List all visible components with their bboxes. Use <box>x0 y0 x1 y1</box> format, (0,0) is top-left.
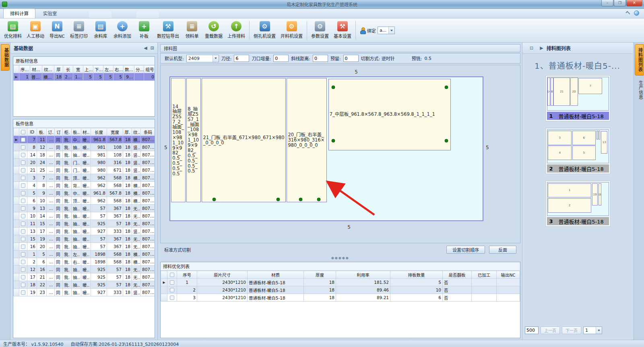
nested-panel-7[interactable]: 7_中层板_961.8×567.8_963.8×569.8_1_1_1_1 <box>328 79 451 150</box>
参数设置-button[interactable]: ⚙参数设置 <box>309 19 331 41</box>
nested-panel-8[interactable]: 8_抽屉Z5S7_1_抽面_108×981_109×982_0.5_0.5_0.… <box>186 78 201 203</box>
table-row[interactable]: ▶1普...横...182...1...55559...0 <box>14 73 155 81</box>
column-header[interactable]: 序... <box>19 66 30 73</box>
column-header[interactable]: 长度 <box>91 128 107 136</box>
column-header[interactable]: 组号 <box>144 66 155 73</box>
row-checkbox[interactable] <box>21 267 25 272</box>
collapse-ribbon-icon[interactable] <box>625 11 630 15</box>
row-checkbox[interactable] <box>21 237 25 241</box>
thumbnail-caption[interactable]: 2普通板材-暖白5-18 <box>547 164 609 172</box>
column-header[interactable]: 纹... <box>42 66 54 73</box>
table-row[interactable]: 610...同我.顶..暖..96256818横..807...2 <box>14 197 155 205</box>
column-header[interactable]: 排板数量 <box>390 271 443 279</box>
horizontal-splitter[interactable]: ●●●●● <box>160 257 520 261</box>
expand-right-icon[interactable]: ▶ <box>540 45 543 51</box>
row-checkbox[interactable] <box>21 199 25 203</box>
row-checkbox[interactable] <box>21 168 25 172</box>
column-header[interactable]: 输出NC <box>497 271 520 279</box>
row-checkbox[interactable] <box>170 288 174 292</box>
column-header[interactable]: 序号 <box>177 271 197 279</box>
select-all-checkbox[interactable] <box>170 273 174 277</box>
优化排料-button[interactable]: ▤优化排料 <box>2 19 24 41</box>
tab-nesting-calc[interactable]: 排料计算 <box>3 8 35 18</box>
row-checkbox[interactable] <box>21 145 25 150</box>
table-row[interactable]: 2125...同我.门..暖..98067118竖..807...1 <box>14 166 155 174</box>
maximize-button[interactable]: ❐ <box>614 0 626 6</box>
row-checkbox[interactable] <box>21 176 25 180</box>
column-header[interactable]: 厚 <box>54 66 63 73</box>
page-size-input[interactable] <box>525 326 539 334</box>
补板-button[interactable]: +补板 <box>134 19 155 41</box>
row-checkbox[interactable] <box>21 191 25 195</box>
row-checkbox[interactable] <box>170 296 174 300</box>
nesting-diagram-canvas[interactable]: 14_抽屉Z5S7_2_抽面_108×981_109×982_0.5_0.5_0… <box>160 65 520 243</box>
nested-panel-14[interactable]: 14_抽屉Z5S7_2_抽面_108×981_109×982_0.5_0.5_0… <box>171 78 186 203</box>
table-row[interactable]: 1620...同我.抽..暖..5736718无..807...2 <box>14 243 155 250</box>
table-row[interactable]: 1115...同我.抽..暖..9255718无..807...2 <box>14 220 155 228</box>
column-header[interactable]: 是否翻板 <box>443 271 472 279</box>
row-checkbox[interactable] <box>21 275 25 279</box>
column-header[interactable]: 宽度 <box>107 128 123 136</box>
table-row[interactable]: 26...同我.右..暖..189856818横..807...3 <box>14 258 155 266</box>
重载数据-button[interactable]: ↺重载数据 <box>202 19 225 41</box>
table-row[interactable]: 1923...同我.抽..暖..92733318竖..807...3 <box>14 289 155 296</box>
row-checkbox[interactable] <box>21 244 25 249</box>
数控钻导出-button[interactable]: ⚒数控钻导出 <box>155 19 182 41</box>
undock-right-icon[interactable]: ⊡ <box>530 45 533 51</box>
row-checkbox[interactable] <box>21 206 25 211</box>
table-row[interactable]: 32430*1210普通板材-暖白5-181889.216否 <box>161 294 520 302</box>
thumbnail-caption[interactable]: 1普通板材-暖白5-18 <box>547 112 609 120</box>
column-header[interactable]: 宽 <box>73 66 83 73</box>
column-header[interactable]: 下... <box>93 66 103 73</box>
column-header[interactable]: 数... <box>124 66 134 73</box>
bind-select[interactable]: a... <box>378 27 395 34</box>
set-cut-order-button[interactable]: 设置切割顺序 <box>446 246 485 254</box>
column-header[interactable]: 左... <box>103 66 114 73</box>
row-checkbox[interactable] <box>170 280 174 285</box>
row-checkbox[interactable] <box>21 183 25 188</box>
column-header[interactable]: 板.. <box>72 128 81 136</box>
help-orb-icon[interactable] <box>634 10 639 16</box>
column-header[interactable]: 已加工 <box>472 271 497 279</box>
column-header[interactable]: 材质 <box>248 271 304 279</box>
nested-panel-20[interactable]: 20_门板_右半盖_316×980_316×980_0_0_0_0 <box>287 78 326 203</box>
标签打印-button[interactable]: ≡标签打印 <box>68 19 90 41</box>
sheet-thumbnail-3[interactable]: 1219183普通板材-暖白5-18 <box>545 181 611 227</box>
row-checkbox[interactable] <box>21 160 25 165</box>
上传排料-button[interactable]: ↑上传排料 <box>225 19 248 41</box>
row-checkbox[interactable] <box>21 283 25 287</box>
column-header[interactable]: 长 <box>63 66 73 73</box>
column-header[interactable]: 分... <box>134 66 144 73</box>
开料机设置-button[interactable]: ⚙开料机设置 <box>278 19 305 41</box>
table-row[interactable]: 1216...同我.抽..暖..9255718无..807...3 <box>14 266 155 273</box>
page-select[interactable]: 1 <box>583 326 602 334</box>
side-tab-production-info[interactable]: 生产信息 <box>635 77 644 103</box>
row-checkbox[interactable] <box>21 138 25 142</box>
machine-type-select[interactable]: 2409 <box>186 55 219 62</box>
table-row[interactable]: 2024...同我.门..暖..98031618竖..807...1 <box>14 159 155 166</box>
slash-dist-input[interactable] <box>313 55 328 62</box>
row-checkbox[interactable] <box>21 290 25 295</box>
人工移动-button[interactable]: ▣人工移动 <box>24 19 47 41</box>
column-header[interactable]: 订. <box>47 128 55 136</box>
column-header[interactable]: 材.. <box>81 128 91 136</box>
collapse-left-icon[interactable]: ◀ <box>144 45 147 51</box>
sheet-thumbnail-2[interactable]: 3645132普通板材-暖白5-18 <box>545 128 611 174</box>
row-checkbox[interactable] <box>21 252 25 257</box>
table-row[interactable]: 913...同我.抽..暖..5736718无..807...2 <box>14 205 155 212</box>
minimize-button[interactable]: – <box>601 0 613 6</box>
nested-panel-21[interactable]: 21_门板_右半盖_671×980_671×980_0_0_0_0 <box>202 78 286 203</box>
侧孔机设置-button[interactable]: ⚙侧孔机设置 <box>251 19 278 41</box>
余料库-button[interactable]: ▤余料库 <box>90 19 111 41</box>
table-row[interactable]: ▶711...同我.中..暖..961.8567.818横..807...1 <box>14 136 155 144</box>
kerf-input[interactable] <box>273 55 289 62</box>
column-header[interactable]: 条码 <box>141 128 155 136</box>
knife-dia-input[interactable] <box>234 55 249 62</box>
table-row[interactable]: 37...同我.顶..暖..96256818横..807...2 <box>14 174 155 182</box>
row-checkbox[interactable] <box>21 229 25 234</box>
table-row[interactable]: 1519...同我.抽..暖..5736718无..807...2 <box>14 235 155 243</box>
table-row[interactable]: 1317...同我.抽..暖..92733318竖..807...2 <box>14 228 155 235</box>
flip-side-button[interactable]: 反面 <box>489 246 516 254</box>
row-checkbox[interactable] <box>21 222 25 226</box>
领料单-button[interactable]: ≡领料单 <box>182 19 202 41</box>
